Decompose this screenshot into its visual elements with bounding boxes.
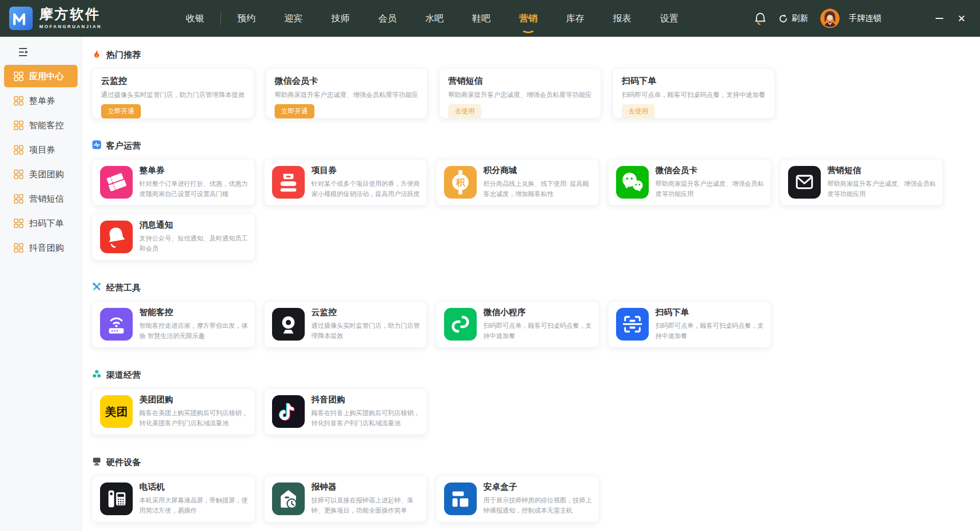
- ticket-icon: [100, 166, 133, 199]
- phone-icon: [100, 482, 133, 515]
- section-title: 渠道经营: [106, 369, 141, 381]
- topbar-right: 刷新 手牌连锁 ✕: [754, 9, 980, 28]
- card-info: 抖音团购顾客在抖音上购买团购后可到店核销，转化抖音客户到门店私域流量池: [311, 394, 421, 429]
- store-name[interactable]: 手牌连锁: [849, 13, 910, 24]
- nav-item-设置[interactable]: 设置: [646, 0, 693, 37]
- card-description: 帮助商家提升客户忠诚度、增强会员粘度等功能应用: [448, 91, 592, 100]
- section-title: 热门推荐: [106, 49, 141, 61]
- sidebar-item-智能客控[interactable]: 智能客控: [4, 114, 78, 136]
- card-title: 智能客控: [139, 307, 249, 318]
- user-avatar[interactable]: [820, 9, 840, 28]
- use-button[interactable]: 去使用: [448, 104, 481, 118]
- app-card-云监控[interactable]: 云监控通过摄像头实时监管门店，助力门店管理降本提效: [264, 301, 427, 348]
- card-title: 积分商城: [483, 165, 593, 176]
- app-card-微信小程序[interactable]: 微信小程序扫码即可点单，顾客可扫桌码点餐，支持中途加餐: [436, 301, 599, 348]
- promo-card-微信会员卡[interactable]: 微信会员卡帮助商家提升客户忠诚度、增强会员粘度等功能应用立即开通: [265, 68, 428, 118]
- promo-card-扫码下单[interactable]: 扫码下单扫码即可点单，顾客可扫桌码点餐，支持中途加餐去使用: [612, 68, 775, 118]
- app-card-营销短信[interactable]: 营销短信帮助商家提升客户忠诚度、增强会员粘度等功能应用: [780, 159, 943, 206]
- nav-item-报表[interactable]: 报表: [599, 0, 646, 37]
- brand-name-en: MOFANGRUANJIAN: [39, 24, 102, 29]
- section-header: 硬件设备: [92, 456, 965, 468]
- sidebar-item-应用中心[interactable]: 应用中心: [4, 65, 78, 87]
- app-window: 摩方软件 MOFANGRUANJIAN 收银预约迎宾技师会员水吧鞋吧营销库存报表…: [0, 0, 980, 531]
- card-description: 扫码即可点单，顾客可扫桌码点餐，支持中途加餐: [483, 321, 593, 342]
- sidebar: 应用中心整单券智能客控项目券美团团购营销短信扫码下单抖音团购: [0, 37, 82, 531]
- app-grid-icon: [14, 71, 23, 81]
- app-card-项目券[interactable]: 项目券针对某个或多个项目使用的券，方便商家小规模的促销活动，提高用户活跃度: [264, 159, 427, 206]
- camera-icon: [272, 308, 305, 341]
- refresh-button[interactable]: 刷新: [778, 13, 808, 24]
- app-card-安卓盒子[interactable]: 安卓盒子用于展示技师钟房的排位视图，技师上钟播报通知，控制成本无需主机: [436, 475, 599, 522]
- app-card-微信会员卡[interactable]: 微信会员卡帮助商家提升客户忠诚度、增强会员粘度等功能应用: [608, 159, 771, 206]
- activate-button[interactable]: 立即开通: [275, 104, 314, 118]
- app-card-美团团购[interactable]: 美团美团团购顾客在美团上购买团购后可到店核销，转化美团客户到门店私域流量池: [92, 388, 255, 435]
- app-card-整单券[interactable]: 整单券针对整个订单进行打折、优惠，优惠力度随商家自己设置可设置高门槛: [92, 159, 255, 206]
- card-title: 营销短信: [448, 75, 592, 87]
- nav-item-水吧[interactable]: 水吧: [411, 0, 458, 37]
- card-description: 顾客在美团上购买团购后可到店核销，转化美团客户到门店私域流量池: [139, 408, 249, 429]
- refresh-icon: [778, 14, 788, 23]
- card-row: 整单券针对整个订单进行打折、优惠，优惠力度随商家自己设置可设置高门槛项目券针对某…: [92, 159, 945, 260]
- app-card-电话机[interactable]: 电话机本机采用大屏幕液晶屏，带触摸屏，使用简洁方便，易操作: [92, 475, 255, 522]
- sidebar-item-label: 扫码下单: [29, 218, 64, 229]
- brand: 摩方软件 MOFANGRUANJIAN: [0, 7, 172, 30]
- activate-button[interactable]: 立即开通: [101, 104, 141, 118]
- nav-item-预约[interactable]: 预约: [223, 0, 270, 37]
- promo-card-云监控[interactable]: 云监控通过摄像头实时监管门店，助力门店管理降本提效立即开通: [92, 68, 254, 118]
- sidebar-item-label: 项目券: [29, 144, 55, 156]
- app-card-报钟器[interactable]: 报钟器技师可以直接在报钟器上进起钟、落钟、更换项目，功能全面操作简单: [264, 475, 427, 522]
- app-grid-icon: [14, 120, 23, 130]
- sidebar-item-美团团购[interactable]: 美团团购: [4, 163, 78, 185]
- refresh-label: 刷新: [792, 13, 808, 24]
- douyin-icon: [272, 395, 305, 428]
- layout-icon: [444, 482, 477, 515]
- card-title: 云监控: [101, 75, 245, 87]
- promo-card-营销短信[interactable]: 营销短信帮助商家提升客户忠诚度、增强会员粘度等功能应用去使用: [439, 68, 601, 118]
- collapse-menu-icon[interactable]: [0, 37, 82, 63]
- nav-item-营销[interactable]: 营销: [505, 0, 552, 37]
- card-row: 美团美团团购顾客在美团上购买团购后可到店核销，转化美团客户到门店私域流量池抖音团…: [92, 388, 945, 435]
- window-controls: ✕: [936, 14, 972, 23]
- nav-item-迎宾[interactable]: 迎宾: [270, 0, 317, 37]
- router-icon: [100, 308, 133, 341]
- points-icon: 积: [444, 166, 477, 199]
- use-button[interactable]: 去使用: [622, 104, 655, 118]
- app-card-扫码下单[interactable]: 扫码下单扫码即可点单，顾客可扫桌码点餐，支持中途加餐: [608, 301, 771, 348]
- app-grid-icon: [14, 96, 23, 106]
- tools-icon: [92, 282, 102, 294]
- sidebar-item-扫码下单[interactable]: 扫码下单: [4, 212, 78, 234]
- nav-item-收银[interactable]: 收银: [172, 0, 218, 37]
- nav-item-技师[interactable]: 技师: [317, 0, 364, 37]
- notification-bell-icon[interactable]: [754, 12, 766, 25]
- hardware-icon: [92, 456, 102, 468]
- sections: 热门推荐云监控通过摄像头实时监管门店，助力门店管理降本提效立即开通微信会员卡帮助…: [92, 49, 965, 522]
- card-description: 顾客在抖音上购买团购后可到店核销，转化抖音客户到门店私域流量池: [311, 408, 421, 429]
- sidebar-item-抖音团购[interactable]: 抖音团购: [4, 236, 78, 259]
- nav-item-会员[interactable]: 会员: [364, 0, 411, 37]
- nav-item-库存[interactable]: 库存: [552, 0, 599, 37]
- app-card-积分商城[interactable]: 积积分商城积分商品线上兑换、线下使用: 提高顾客忠诚度，增加顾客粘性: [436, 159, 599, 206]
- app-grid-icon: [14, 145, 23, 155]
- sidebar-item-营销短信[interactable]: 营销短信: [4, 187, 78, 210]
- card-description: 针对整个订单进行打折、优惠，优惠力度随商家自己设置可设置高门槛: [139, 179, 249, 200]
- app-card-消息通知[interactable]: 消息通知支持公众号、短信通知、及时通知员工和会员: [92, 213, 255, 260]
- card-info: 电话机本机采用大屏幕液晶屏，带触摸屏，使用简洁方便，易操作: [139, 481, 249, 516]
- sidebar-item-label: 应用中心: [29, 70, 64, 82]
- card-description: 支持公众号、短信通知、及时通知员工和会员: [139, 234, 249, 254]
- sidebar-item-项目券[interactable]: 项目券: [4, 138, 78, 161]
- app-grid-icon: [14, 194, 23, 204]
- card-info: 报钟器技师可以直接在报钟器上进起钟、落钟、更换项目，功能全面操作简单: [311, 481, 421, 516]
- sidebar-items: 应用中心整单券智能客控项目券美团团购营销短信扫码下单抖音团购: [0, 65, 82, 259]
- section-customer: 客户运营整单券针对整个订单进行打折、优惠，优惠力度随商家自己设置可设置高门槛项目…: [92, 140, 965, 260]
- close-button[interactable]: ✕: [958, 14, 966, 23]
- minimize-button[interactable]: [936, 18, 943, 19]
- svg-text:积: 积: [455, 177, 465, 187]
- flame-icon: [92, 49, 102, 61]
- card-info: 项目券针对某个或多个项目使用的券，方便商家小规模的促销活动，提高用户活跃度: [311, 165, 421, 200]
- app-grid-icon: [14, 219, 23, 228]
- card-info: 微信会员卡帮助商家提升客户忠诚度、增强会员粘度等功能应用: [655, 165, 765, 200]
- sidebar-item-整单券[interactable]: 整单券: [4, 89, 78, 112]
- app-card-抖音团购[interactable]: 抖音团购顾客在抖音上购买团购后可到店核销，转化抖音客户到门店私域流量池: [264, 388, 427, 435]
- app-card-智能客控[interactable]: 智能客控智能客控走进店家，摩方带你出发，体验 智慧生活的无限乐趣: [92, 301, 255, 348]
- nav-item-鞋吧[interactable]: 鞋吧: [458, 0, 505, 37]
